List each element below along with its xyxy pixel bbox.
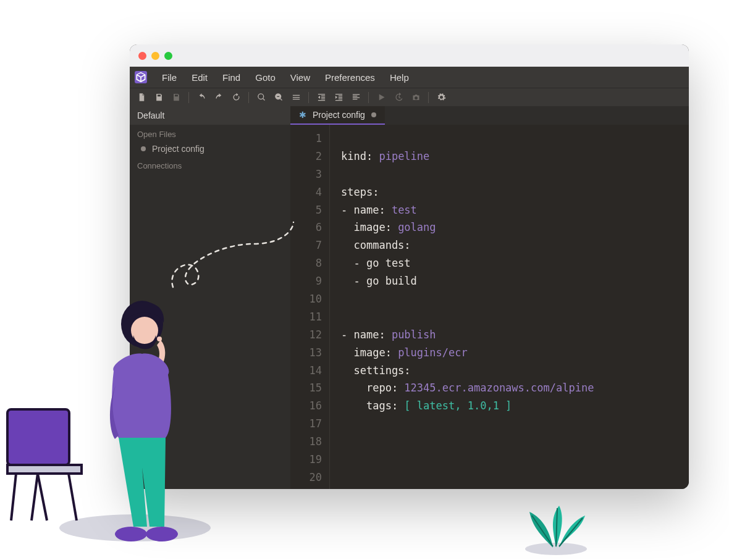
minimize-icon[interactable] [151, 52, 159, 60]
menu-edit[interactable]: Edit [192, 72, 208, 83]
align-left-icon[interactable] [349, 91, 363, 104]
menu-view[interactable]: View [290, 72, 310, 83]
settings-icon[interactable] [434, 91, 448, 104]
toolbar [130, 88, 689, 106]
modified-dot-icon [371, 112, 376, 117]
code-line[interactable]: image: golang [341, 219, 678, 236]
menu-file[interactable]: File [162, 72, 177, 83]
star-icon: ✱ [299, 110, 306, 120]
code-line[interactable]: commands: [341, 236, 678, 254]
history-icon[interactable] [392, 91, 405, 104]
sidebar-section-connections: Connections [130, 156, 290, 173]
toolbar-separator [428, 92, 429, 103]
svg-point-7 [146, 527, 178, 541]
maximize-icon[interactable] [164, 52, 172, 60]
new-file-icon[interactable] [135, 91, 148, 104]
menu-icon[interactable] [289, 91, 303, 104]
search-icon[interactable] [255, 91, 268, 104]
toolbar-separator [368, 92, 369, 103]
chair-illustration [4, 406, 90, 523]
svg-line-3 [69, 474, 77, 520]
sidebar-item-project-config[interactable]: Project config [130, 141, 290, 156]
code-line[interactable]: - name: test [341, 201, 678, 219]
code-line[interactable] [341, 308, 678, 326]
toolbar-separator [248, 92, 249, 103]
toolbar-separator [188, 92, 189, 103]
svg-rect-1 [7, 465, 82, 474]
gutter: 1234567891011121314151617181920 [290, 125, 330, 489]
tab-project-config[interactable]: ✱ Project config [290, 106, 385, 125]
menu-help[interactable]: Help [390, 72, 409, 83]
svg-point-9 [525, 543, 587, 555]
plant-illustration [516, 487, 596, 555]
menu-goto[interactable]: Goto [255, 72, 276, 83]
svg-point-6 [115, 527, 147, 541]
sidebar-section-open-files: Open Files [130, 125, 290, 141]
code-line[interactable]: steps: [341, 183, 678, 201]
window-titlebar [130, 44, 689, 67]
sidebar-item-label: Project config [152, 144, 204, 154]
sidebar-header[interactable]: Default [130, 106, 290, 125]
code-line[interactable]: settings: [341, 362, 678, 380]
save-icon[interactable] [152, 91, 166, 104]
toolbar-separator [308, 92, 309, 103]
code-line[interactable] [341, 469, 678, 487]
code-line[interactable]: tags: [ latest, 1.0,1 ] [341, 397, 678, 415]
svg-line-2 [11, 474, 16, 520]
shadow-illustration [59, 514, 211, 541]
code-content[interactable]: kind: pipeline steps:- name: test image:… [330, 125, 689, 489]
close-icon[interactable] [138, 52, 146, 60]
tab-label: Project config [313, 110, 365, 120]
code-line[interactable] [341, 433, 678, 451]
play-icon[interactable] [374, 91, 388, 104]
svg-line-10 [556, 508, 557, 546]
save-all-icon[interactable] [169, 91, 183, 104]
code-line[interactable] [341, 165, 678, 183]
sidebar: Default Open Files Project config Connec… [130, 106, 290, 489]
refresh-icon[interactable] [229, 91, 243, 104]
editor-window: File Edit Find Goto View Preferences Hel… [130, 44, 689, 489]
code-line[interactable]: - name: publish [341, 326, 678, 344]
code-line[interactable]: - go test [341, 254, 678, 272]
camera-icon[interactable] [409, 91, 423, 104]
svg-line-12 [559, 518, 583, 546]
code-line[interactable] [341, 130, 678, 148]
code-line[interactable] [341, 290, 678, 308]
menu-preferences[interactable]: Preferences [325, 72, 375, 83]
code-line[interactable]: image: plugins/ecr [341, 344, 678, 362]
svg-line-11 [532, 516, 553, 546]
code-line[interactable]: repo: 12345.ecr.amazonaws.com/alpine [341, 379, 678, 397]
menubar: File Edit Find Goto View Preferences Hel… [130, 67, 689, 88]
code-line[interactable] [341, 415, 678, 433]
modified-dot-icon [141, 146, 146, 151]
undo-icon[interactable] [195, 91, 208, 104]
search-replace-icon[interactable] [272, 91, 285, 104]
app-logo-icon [135, 71, 147, 83]
redo-icon[interactable] [212, 91, 225, 104]
code-line[interactable]: - go build [341, 272, 678, 290]
code-line[interactable]: kind: pipeline [341, 148, 678, 165]
code-area[interactable]: 1234567891011121314151617181920 kind: pi… [290, 125, 689, 489]
code-line[interactable] [341, 451, 678, 469]
menu-find[interactable]: Find [222, 72, 240, 83]
outdent-icon[interactable] [314, 91, 328, 104]
svg-rect-0 [7, 409, 69, 465]
tab-bar: ✱ Project config [290, 106, 689, 125]
indent-icon[interactable] [332, 91, 345, 104]
editor-pane: ✱ Project config 12345678910111213141516… [290, 106, 689, 489]
